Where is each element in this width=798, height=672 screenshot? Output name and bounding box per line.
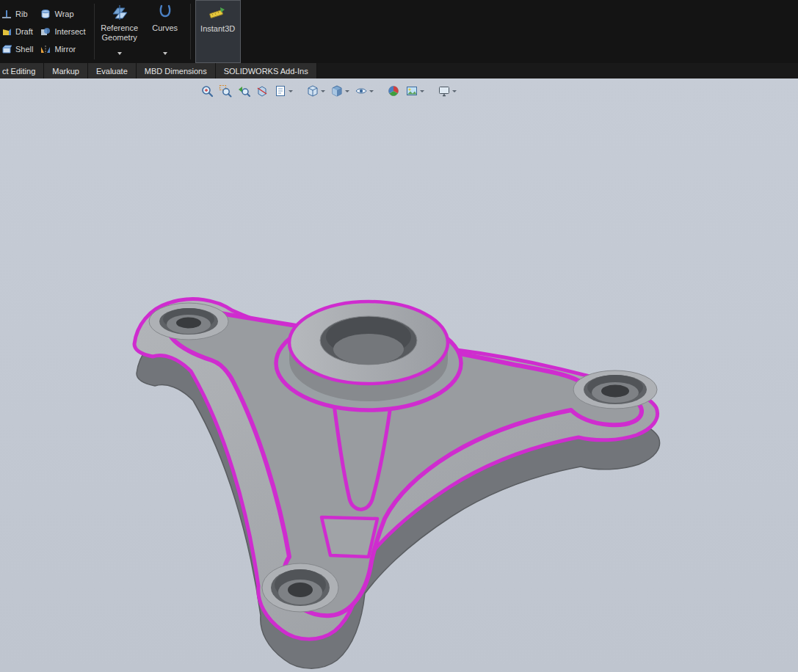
bottom-arm-hole[interactable] — [262, 563, 338, 612]
ribbon-separator — [94, 4, 95, 59]
draft-button[interactable]: Draft — [0, 25, 39, 38]
chevron-down-icon[interactable] — [420, 90, 424, 92]
drawing-view-button[interactable] — [273, 84, 294, 98]
left-arm-hole[interactable] — [149, 303, 228, 340]
intersect-icon — [40, 26, 51, 37]
zoom-to-area-button[interactable] — [218, 84, 233, 98]
tab-solidworks-add-ins[interactable]: SOLIDWORKS Add-Ins — [216, 63, 317, 78]
shell-icon — [1, 44, 12, 54]
curves-button[interactable]: Curves — [142, 0, 188, 63]
view-settings-button[interactable] — [437, 84, 457, 98]
ribbon-separator — [190, 4, 191, 59]
curves-icon — [156, 4, 174, 21]
graphics-area[interactable] — [0, 78, 798, 672]
edit-appearance-icon — [387, 84, 400, 98]
apply-scene-icon — [405, 84, 418, 98]
selected-rib-pad-edge[interactable] — [322, 517, 377, 557]
intersect-label: Intersect — [54, 27, 85, 36]
chevron-down-icon[interactable] — [163, 52, 167, 55]
draft-icon — [1, 26, 12, 37]
ribbon-toolbar: Rib Draft Shell Wrap Intersect Mir — [0, 0, 798, 63]
section-view-button[interactable] — [255, 84, 269, 98]
previous-view-icon — [237, 84, 250, 98]
mirror-label: Mirror — [54, 45, 76, 54]
zoom-to-fit-icon — [200, 84, 214, 98]
edit-appearance-button[interactable] — [386, 84, 401, 98]
chevron-down-icon[interactable] — [117, 52, 122, 55]
instant3d-icon — [209, 4, 227, 22]
chevron-down-icon[interactable] — [369, 90, 374, 92]
3d-model[interactable] — [0, 78, 798, 672]
rib-icon — [1, 9, 12, 19]
heads-up-view-toolbar — [200, 84, 457, 98]
tab-markup[interactable]: Markup — [44, 63, 88, 78]
curves-label: Curves — [152, 23, 178, 33]
wrap-icon — [40, 9, 51, 19]
zoom-to-area-icon — [219, 84, 232, 98]
intersect-button[interactable]: Intersect — [39, 25, 91, 38]
ribbon-column-left: Rib Draft Shell — [0, 0, 39, 63]
chevron-down-icon[interactable] — [452, 90, 457, 92]
display-style-button[interactable] — [330, 84, 350, 98]
chevron-down-icon[interactable] — [289, 90, 293, 92]
draft-label: Draft — [15, 27, 33, 36]
rib-label: Rib — [15, 10, 28, 18]
reference-geometry-icon — [111, 4, 128, 21]
ribbon-column-mid: Wrap Intersect Mirror — [39, 0, 91, 63]
mirror-icon — [40, 44, 51, 54]
chevron-down-icon[interactable] — [345, 90, 349, 92]
hide-show-items-button[interactable] — [354, 84, 374, 98]
apply-scene-button[interactable] — [405, 84, 425, 98]
command-tab-bar: ct Editing Markup Evaluate MBD Dimension… — [0, 63, 798, 78]
tab-evaluate[interactable]: Evaluate — [88, 63, 137, 78]
instant3d-button[interactable]: Instant3D — [195, 0, 241, 63]
view-orientation-button[interactable] — [305, 84, 326, 98]
center-boss[interactable] — [276, 302, 461, 410]
rib-button[interactable]: Rib — [0, 7, 39, 21]
section-view-icon — [255, 84, 269, 98]
shell-label: Shell — [15, 45, 33, 54]
view-settings-icon — [438, 84, 451, 98]
view-orientation-icon — [306, 84, 319, 98]
display-style-icon — [330, 84, 344, 98]
reference-geometry-button[interactable]: Reference Geometry — [97, 0, 142, 63]
wrap-button[interactable]: Wrap — [39, 7, 91, 21]
shell-button[interactable]: Shell — [0, 43, 39, 56]
mirror-button[interactable]: Mirror — [39, 43, 91, 56]
reference-geometry-label: Reference Geometry — [97, 23, 142, 42]
tab-direct-editing[interactable]: ct Editing — [0, 63, 44, 78]
tab-mbd-dimensions[interactable]: MBD Dimensions — [137, 63, 216, 78]
solidworks-window: Rib Draft Shell Wrap Intersect Mir — [0, 0, 798, 672]
chevron-down-icon[interactable] — [321, 90, 325, 92]
previous-view-button[interactable] — [236, 84, 251, 98]
instant3d-label: Instant3D — [200, 24, 235, 34]
right-arm-hole[interactable] — [573, 370, 657, 409]
drawing-view-icon — [274, 84, 287, 98]
wrap-label: Wrap — [54, 10, 73, 18]
zoom-to-fit-button[interactable] — [200, 84, 214, 98]
hide-show-items-icon — [355, 84, 368, 98]
tab-bar-filler — [317, 63, 798, 78]
